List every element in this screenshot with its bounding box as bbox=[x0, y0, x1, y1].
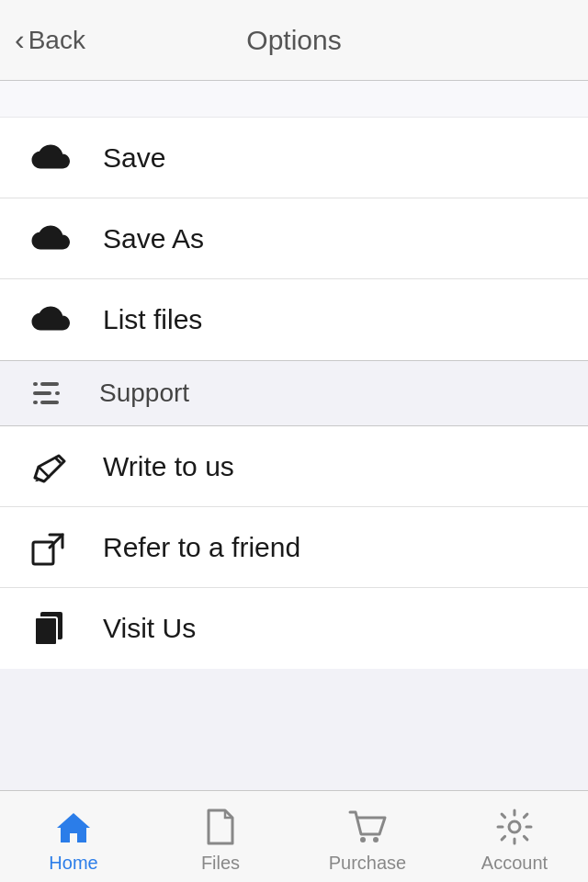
list-item-refer-friend[interactable]: Refer to a friend bbox=[0, 507, 588, 588]
list-item-write-to-us[interactable]: Write to us bbox=[0, 426, 588, 507]
cloud-save-as-icon bbox=[26, 222, 74, 255]
svg-rect-4 bbox=[40, 401, 59, 404]
refer-friend-label: Refer to a friend bbox=[103, 532, 300, 563]
svg-point-13 bbox=[373, 837, 379, 842]
cloud-section: Save Save As List files bbox=[0, 118, 588, 360]
support-header-label: Support bbox=[99, 379, 189, 408]
tab-purchase-label: Purchase bbox=[329, 853, 407, 874]
back-label: Back bbox=[28, 26, 85, 55]
tab-account[interactable]: Account bbox=[441, 799, 588, 874]
cart-icon bbox=[347, 807, 388, 847]
stacked-pages-icon bbox=[26, 608, 74, 649]
support-section-header: Support bbox=[0, 360, 588, 426]
files-icon bbox=[200, 807, 241, 847]
tab-home-label: Home bbox=[49, 853, 97, 874]
nav-bar: ‹ Back Options bbox=[0, 0, 588, 81]
svg-rect-3 bbox=[55, 391, 60, 395]
gear-icon bbox=[494, 807, 535, 847]
write-to-us-label: Write to us bbox=[103, 451, 234, 482]
chevron-left-icon: ‹ bbox=[15, 25, 25, 54]
partial-scroll-row bbox=[0, 81, 588, 118]
visit-us-label: Visit Us bbox=[103, 613, 196, 644]
svg-point-12 bbox=[360, 837, 366, 842]
svg-marker-11 bbox=[57, 813, 90, 842]
svg-rect-5 bbox=[33, 401, 38, 404]
list-item-save[interactable]: Save bbox=[0, 118, 588, 198]
support-icon bbox=[26, 377, 74, 410]
cloud-save-icon bbox=[26, 141, 74, 175]
pencil-icon bbox=[26, 447, 74, 487]
tab-bar: Home Files Purchase Acc bbox=[0, 790, 588, 882]
tab-files[interactable]: Files bbox=[147, 799, 294, 874]
list-item-visit-us[interactable]: Visit Us bbox=[0, 588, 588, 669]
tab-account-label: Account bbox=[481, 853, 548, 874]
home-icon bbox=[53, 807, 94, 847]
support-section: Write to us Refer to a friend Visit Us bbox=[0, 426, 588, 669]
list-files-label: List files bbox=[103, 304, 202, 335]
list-item-list-files[interactable]: List files bbox=[0, 279, 588, 360]
svg-rect-10 bbox=[35, 617, 57, 645]
tab-home[interactable]: Home bbox=[0, 799, 147, 874]
svg-rect-2 bbox=[33, 391, 51, 395]
svg-rect-1 bbox=[33, 382, 38, 386]
save-as-label: Save As bbox=[103, 223, 204, 254]
tab-files-label: Files bbox=[201, 853, 240, 874]
save-label: Save bbox=[103, 142, 165, 174]
svg-rect-0 bbox=[40, 382, 59, 386]
back-button[interactable]: ‹ Back bbox=[15, 26, 85, 55]
list-item-save-as[interactable]: Save As bbox=[0, 198, 588, 279]
cloud-list-files-icon bbox=[26, 303, 74, 336]
svg-point-14 bbox=[509, 821, 520, 832]
tab-purchase[interactable]: Purchase bbox=[294, 799, 441, 874]
share-icon bbox=[26, 527, 74, 568]
page-title: Options bbox=[246, 25, 341, 56]
